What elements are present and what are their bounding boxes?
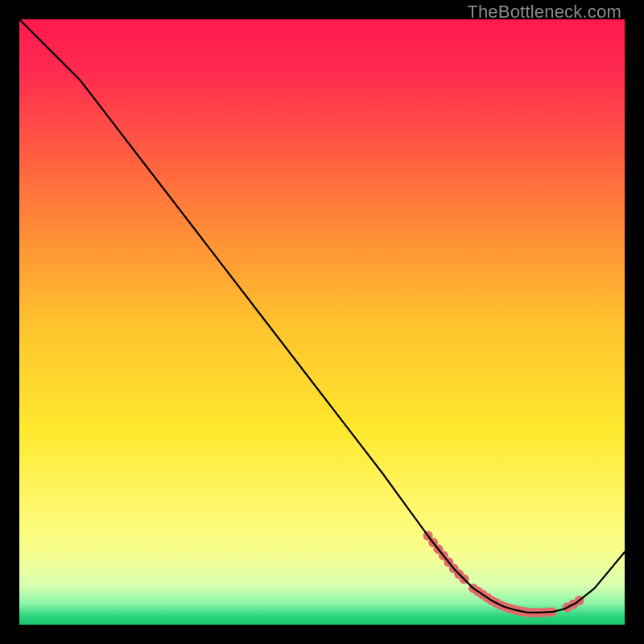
chart-frame xyxy=(19,19,625,625)
chart-svg xyxy=(19,19,625,625)
watermark-text: TheBottleneck.com xyxy=(467,2,621,23)
gradient-background xyxy=(19,19,625,625)
